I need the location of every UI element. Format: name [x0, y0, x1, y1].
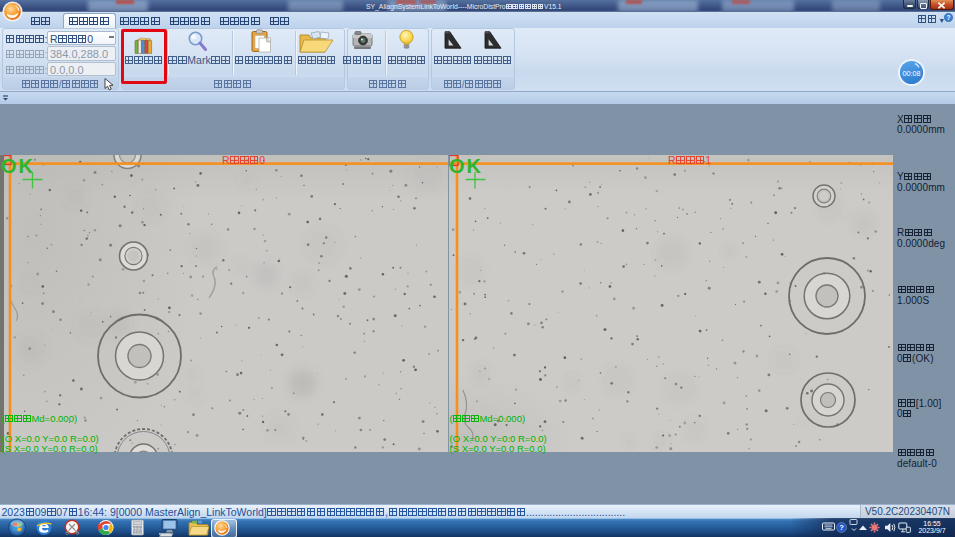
svg-text:?: ?	[839, 523, 844, 532]
svg-text:00:08: 00:08	[903, 69, 921, 78]
svg-text:?: ?	[947, 14, 951, 21]
